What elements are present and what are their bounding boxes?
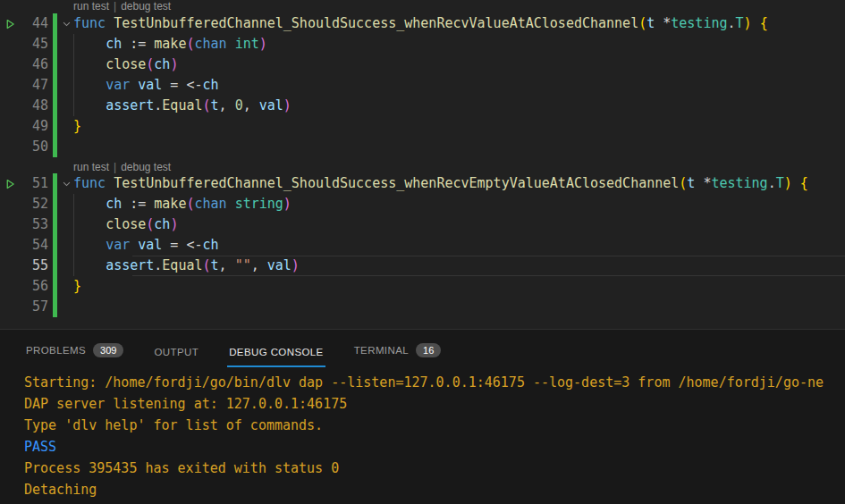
console-line: PASS xyxy=(24,436,845,458)
code-token: testing xyxy=(711,175,767,191)
run-test-link[interactable]: run test xyxy=(73,159,109,173)
code-token: make xyxy=(154,196,186,212)
tab-debug-console[interactable]: DEBUG CONSOLE xyxy=(227,347,325,367)
line-number: 51 xyxy=(20,173,48,194)
code-token: 0 xyxy=(235,97,243,113)
glyph-margin xyxy=(0,276,20,297)
code-token: * xyxy=(655,15,671,31)
debug-console-output[interactable]: Starting: /home/fordji/go/bin/dlv dap --… xyxy=(0,367,845,504)
tab-terminal[interactable]: TERMINAL 16 xyxy=(352,343,444,367)
fold-chevron-icon[interactable] xyxy=(59,13,73,34)
code-token xyxy=(73,36,106,52)
code-token: * xyxy=(695,175,711,191)
line-number: 57 xyxy=(20,297,48,317)
code-line: 44func TestUnbufferedChannel_ShouldSucce… xyxy=(0,13,845,34)
line-number: 53 xyxy=(20,214,48,235)
code-text[interactable]: var val = <-ch xyxy=(73,75,845,96)
code-token: := xyxy=(122,36,154,52)
code-token: Equal xyxy=(162,97,202,113)
debug-test-link[interactable]: debug test xyxy=(121,159,171,173)
code-token xyxy=(227,36,235,52)
line-number: 48 xyxy=(20,96,48,116)
code-text[interactable]: close(ch) xyxy=(73,55,845,75)
code-text[interactable] xyxy=(73,137,845,157)
console-line: DAP server listening at: 127.0.0.1:46175 xyxy=(24,393,845,415)
vscode-window: run test|debug test44func TestUnbuffered… xyxy=(0,0,845,504)
glyph-margin xyxy=(0,75,20,96)
code-text[interactable]: func TestUnbufferedChannel_ShouldSuccess… xyxy=(73,173,845,194)
glyph-margin xyxy=(0,96,20,116)
code-token: string xyxy=(235,196,283,212)
code-text[interactable]: } xyxy=(73,276,845,297)
code-token: ( xyxy=(146,216,154,232)
git-added-indicator xyxy=(53,256,57,276)
code-token: . xyxy=(728,15,736,31)
code-token: ) xyxy=(170,216,178,232)
fold-gutter xyxy=(59,297,73,317)
code-text[interactable]: ch := make(chan int) xyxy=(73,34,845,55)
run-test-link[interactable]: run test xyxy=(73,0,109,13)
run-test-icon[interactable] xyxy=(0,13,20,34)
code-token: ch xyxy=(203,77,219,93)
code-token: ) xyxy=(259,36,267,52)
git-added-indicator xyxy=(53,173,57,194)
glyph-margin xyxy=(0,214,20,235)
code-token: testing xyxy=(671,15,727,31)
terminal-count-badge: 16 xyxy=(416,343,441,357)
line-number: 52 xyxy=(20,194,48,214)
line-number: 50 xyxy=(20,137,48,157)
code-token: . xyxy=(154,97,162,113)
code-token: var xyxy=(106,237,130,253)
code-text[interactable]: } xyxy=(73,116,845,137)
code-text[interactable]: func TestUnbufferedChannel_ShouldSuccess… xyxy=(73,13,845,34)
git-added-indicator xyxy=(53,235,57,256)
glyph-margin xyxy=(0,256,20,276)
tab-output-label: OUTPUT xyxy=(154,347,199,357)
code-token xyxy=(73,56,106,72)
code-token: ) xyxy=(784,175,792,191)
code-text[interactable]: assert.Equal(t, "", val) xyxy=(73,256,845,276)
code-editor[interactable]: run test|debug test44func TestUnbuffered… xyxy=(0,0,845,329)
code-token: ) xyxy=(283,97,292,113)
code-text[interactable]: close(ch) xyxy=(73,214,845,235)
glyph-margin xyxy=(0,235,20,256)
code-token: ch xyxy=(203,237,219,253)
fold-gutter xyxy=(59,235,73,256)
code-token: chan xyxy=(194,196,226,212)
code-line: 49} xyxy=(0,116,845,137)
code-line: 50 xyxy=(0,137,845,157)
code-token: val xyxy=(259,97,283,113)
glyph-margin xyxy=(0,137,20,157)
code-token: assert xyxy=(106,97,154,113)
fold-gutter xyxy=(59,116,73,137)
code-token: ( xyxy=(146,56,154,72)
code-token: TestUnbufferedChannel_ShouldSuccess_when… xyxy=(114,175,679,191)
code-token: chan xyxy=(194,36,226,52)
code-text[interactable]: assert.Equal(t, 0, val) xyxy=(73,96,845,116)
debug-test-link[interactable]: debug test xyxy=(121,0,171,13)
code-token: make xyxy=(154,36,186,52)
git-added-indicator xyxy=(53,276,57,297)
code-token xyxy=(73,216,106,232)
code-text[interactable]: ch := make(chan string) xyxy=(73,194,845,214)
tab-output[interactable]: OUTPUT xyxy=(152,347,200,367)
code-text[interactable] xyxy=(73,297,845,317)
tab-problems[interactable]: PROBLEMS 309 xyxy=(24,343,125,367)
code-token: ch xyxy=(154,56,170,72)
fold-chevron-icon[interactable] xyxy=(59,173,73,194)
fold-gutter xyxy=(59,137,73,157)
code-line: 46 close(ch) xyxy=(0,55,845,75)
code-token: int xyxy=(235,36,259,52)
code-token: func xyxy=(73,15,114,31)
tab-debug-console-label: DEBUG CONSOLE xyxy=(229,347,324,357)
tab-terminal-label: TERMINAL xyxy=(354,345,409,356)
code-token: { xyxy=(760,15,768,31)
codelens-row: run test|debug test xyxy=(0,157,845,173)
code-token: ( xyxy=(638,15,646,31)
editor-rows: run test|debug test44func TestUnbuffered… xyxy=(0,0,845,317)
glyph-margin xyxy=(0,194,20,214)
code-text[interactable]: var val = <-ch xyxy=(73,235,845,256)
run-test-icon[interactable] xyxy=(0,173,20,194)
git-added-indicator xyxy=(53,137,57,157)
code-token: t xyxy=(211,97,219,113)
